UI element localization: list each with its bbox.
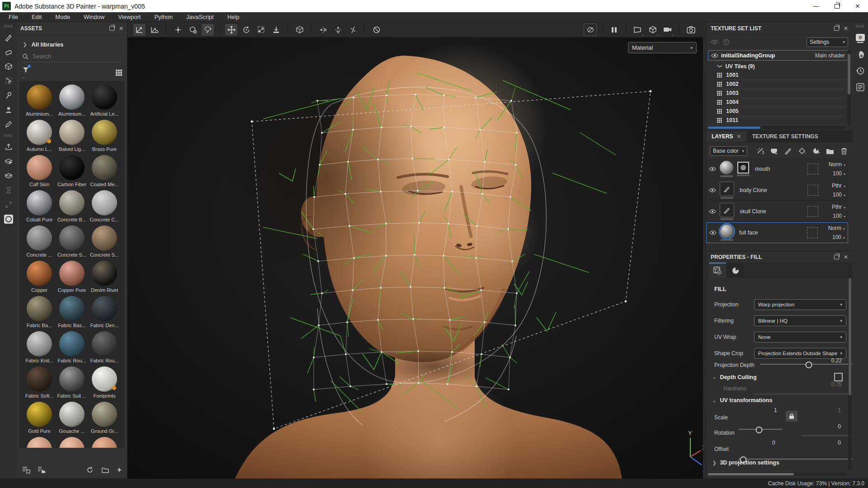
asset-item[interactable]: Concrete S... bbox=[88, 225, 121, 261]
opacity-dropdown[interactable]: 100▾ bbox=[832, 234, 845, 240]
sphere-settings-tool[interactable] bbox=[187, 24, 199, 36]
blend-mode-dropdown[interactable]: Pthr▾ bbox=[832, 204, 845, 210]
properties-scrollbar[interactable] bbox=[848, 264, 852, 469]
filtering-dropdown[interactable]: Bilinear | HQ▾ bbox=[754, 315, 846, 326]
layer-row-skull-clone[interactable]: skull Clone Pthr▾ 100▾ bbox=[706, 201, 848, 222]
warp-transform-tool[interactable] bbox=[133, 24, 146, 36]
add-paint-layer-icon[interactable] bbox=[783, 146, 793, 156]
history-icon[interactable] bbox=[855, 66, 866, 76]
blend-mode-dropdown[interactable]: Norm▾ bbox=[829, 161, 845, 168]
drag-handle[interactable] bbox=[4, 25, 13, 28]
asset-item[interactable]: Fabric Rou... bbox=[56, 331, 88, 366]
asset-item[interactable]: Concrete S... bbox=[56, 225, 88, 261]
menu-help[interactable]: Help bbox=[221, 14, 246, 20]
asset-item[interactable]: Copper bbox=[23, 261, 56, 296]
view-2d-button[interactable]: ⌄ bbox=[632, 24, 644, 36]
log-icon[interactable] bbox=[855, 82, 866, 93]
asset-item[interactable]: Fabric Bas... bbox=[56, 296, 88, 331]
close-button[interactable]: ✕ bbox=[847, 0, 868, 12]
asset-item[interactable]: Footprints bbox=[88, 366, 121, 402]
asset-item[interactable]: Baked Lig... bbox=[56, 120, 88, 155]
lasso-warp-tool[interactable] bbox=[202, 24, 214, 36]
drag-handle[interactable] bbox=[856, 25, 865, 28]
asset-item[interactable] bbox=[56, 437, 88, 448]
move-tool[interactable] bbox=[225, 24, 237, 36]
collapse-chevron-icon[interactable]: ⌄ bbox=[712, 375, 716, 380]
collapse-chevron-icon[interactable]: ❯ bbox=[717, 64, 722, 68]
asset-item[interactable]: Fabric Rou... bbox=[88, 331, 121, 366]
symmetry-toggle-icon[interactable] bbox=[347, 24, 359, 36]
shading-mode-dropdown[interactable]: Material ▾ bbox=[628, 42, 697, 53]
pause-engine-button[interactable] bbox=[608, 24, 620, 36]
add-mask-icon[interactable] bbox=[769, 146, 779, 156]
delete-layer-icon[interactable] bbox=[839, 146, 849, 156]
uv-tile-row[interactable]: 1002 bbox=[717, 80, 844, 89]
layer-thumbnail[interactable] bbox=[720, 161, 733, 174]
asset-item[interactable]: Fabric Ba... bbox=[23, 296, 56, 331]
view-3d-button[interactable]: ⌄ bbox=[646, 24, 659, 36]
anchor-point-tool[interactable] bbox=[172, 24, 184, 36]
asset-item[interactable]: Calf Skin bbox=[23, 155, 56, 190]
projection-dropdown[interactable]: Warp projection▾ bbox=[754, 299, 846, 310]
add-fill-layer-icon[interactable] bbox=[797, 146, 807, 156]
tab-material-properties[interactable] bbox=[727, 263, 744, 278]
tab-texture-set-settings[interactable]: TEXTURE SET SETTINGS bbox=[747, 131, 824, 142]
tab-fill-properties[interactable] bbox=[709, 263, 726, 278]
all-libraries-label[interactable]: All libraries bbox=[31, 41, 63, 48]
projection-settings-label[interactable]: 3D projection settings bbox=[720, 460, 779, 466]
export-resources-tool[interactable] bbox=[2, 141, 15, 153]
camera-view-button[interactable]: ⌄ bbox=[661, 24, 674, 36]
add-asset-icon[interactable]: + bbox=[117, 465, 122, 474]
uv-tile-row[interactable]: 1004 bbox=[717, 98, 844, 107]
smudge-tool[interactable] bbox=[2, 89, 15, 102]
asset-item[interactable]: Gold Pure bbox=[23, 402, 56, 437]
solo-channel-icon[interactable] bbox=[723, 39, 730, 46]
add-group-icon[interactable] bbox=[825, 146, 835, 156]
menu-window[interactable]: Window bbox=[77, 14, 111, 20]
asset-item[interactable]: Fabric Knit... bbox=[23, 331, 56, 366]
layer-row-body-clone[interactable]: body Clone Pthr▾ 100▾ bbox=[706, 180, 848, 201]
eye-visible-icon[interactable] bbox=[711, 53, 718, 58]
asset-item[interactable]: Copper Pure bbox=[56, 261, 88, 296]
grid-view-icon[interactable] bbox=[115, 69, 123, 76]
float-panel-icon[interactable] bbox=[834, 255, 839, 259]
filter-funnel-icon[interactable]: ⌄ bbox=[22, 66, 29, 80]
save-asset-list-icon[interactable] bbox=[22, 466, 30, 474]
asset-item[interactable]: Fabric Suit ... bbox=[56, 366, 88, 402]
tab-layers[interactable]: LAYERS✕ bbox=[706, 131, 747, 142]
expand-chevron-icon[interactable]: ❯ bbox=[23, 42, 27, 47]
disable-symmetry-icon[interactable] bbox=[370, 24, 382, 36]
mirror-vertical-icon[interactable] bbox=[332, 24, 344, 36]
send-to-asset-tool[interactable] bbox=[2, 155, 15, 168]
blend-mode-dropdown[interactable]: Pthr▾ bbox=[832, 183, 845, 189]
search-input[interactable] bbox=[32, 52, 110, 60]
asset-item[interactable]: Concrete ... bbox=[23, 225, 56, 261]
mirror-horizontal-icon[interactable] bbox=[317, 24, 329, 36]
float-panel-icon[interactable] bbox=[109, 26, 114, 31]
rotation-value[interactable]: 0 bbox=[838, 423, 841, 430]
asset-item[interactable]: Brass Pure bbox=[88, 120, 121, 155]
asset-item[interactable]: Fabric Soft... bbox=[23, 366, 56, 402]
asset-folder-list-icon[interactable] bbox=[38, 466, 46, 474]
channel-dropdown[interactable]: Base color ▾ bbox=[710, 146, 747, 156]
viewport-canvas[interactable]: Y X Z bbox=[127, 38, 703, 479]
refresh-assets-icon[interactable] bbox=[86, 466, 94, 474]
asset-item[interactable]: Artificial Le... bbox=[88, 84, 121, 120]
polygon-fill-tool[interactable] bbox=[2, 75, 15, 87]
eraser-tool[interactable] bbox=[2, 46, 15, 58]
menu-edit[interactable]: Edit bbox=[25, 14, 48, 20]
warp-edit-tool[interactable] bbox=[148, 24, 160, 36]
uv-transformations-label[interactable]: UV transformations bbox=[720, 397, 772, 404]
asset-item[interactable] bbox=[23, 437, 56, 448]
asset-item[interactable]: Ground Gr... bbox=[88, 402, 121, 437]
layer-row-mouth[interactable]: mouth Norm▾ 100▾ bbox=[706, 159, 848, 179]
properties-hscrollbar[interactable] bbox=[708, 473, 846, 476]
texture-set-settings-dropdown[interactable]: Settings ▾ bbox=[807, 38, 848, 47]
asset-item[interactable]: Carbon Fiber bbox=[56, 155, 88, 190]
depth-culling-label[interactable]: Depth Culling bbox=[720, 374, 756, 380]
cube-projection-icon[interactable] bbox=[293, 24, 306, 36]
eye-visible-icon[interactable] bbox=[709, 209, 716, 214]
menu-javascript[interactable]: JavaScript bbox=[179, 14, 221, 20]
blend-mode-dropdown[interactable]: Norm▾ bbox=[828, 225, 845, 231]
texture-set-scrollbar[interactable] bbox=[847, 50, 851, 125]
